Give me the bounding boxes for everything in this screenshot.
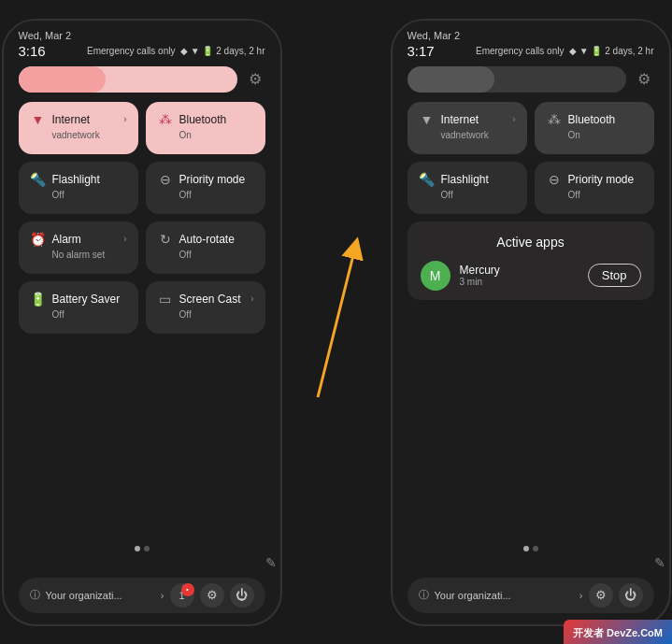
app-info: Mercury 3 min (460, 264, 579, 287)
tile-screencast-label: Screen Cast (179, 293, 241, 306)
phone-1-brightness-row[interactable]: ⚙ (19, 66, 265, 93)
phone-2-gear-icon[interactable]: ⚙ (634, 69, 654, 90)
screencast-chevron: › (250, 293, 253, 304)
tile-screencast[interactable]: ▭ Screen Cast › Off (146, 281, 265, 334)
tile-autorotate-sub: Off (157, 250, 254, 260)
internet-chevron: › (123, 114, 126, 124)
arrow-container (299, 182, 374, 463)
p2-info-icon: ⓘ (419, 588, 429, 602)
p2-tile-internet[interactable]: ▼ Internet › vadnetwork (407, 102, 527, 154)
tile-internet-label: Internet (52, 113, 91, 126)
tile-bluetooth-sub: On (157, 130, 254, 140)
app-icon: M (421, 261, 450, 291)
tile-internet-sub: vadnetwork (30, 130, 127, 140)
p2-power-btn[interactable]: ⏻ (619, 583, 643, 608)
phone-1-footer: ⓘ Your organizati... › 1 • ⚙ ⏻ (4, 570, 280, 624)
tile-bluetooth-label: Bluetooth (179, 113, 227, 126)
flashlight-icon: 🔦 (30, 171, 47, 188)
active-apps-title: Active apps (421, 235, 641, 250)
phone-1-top: Wed, Mar 2 3:16 Emergency calls only ◆ ▼… (4, 21, 280, 102)
phone-2-brightness-fill (407, 66, 495, 93)
p2-tile-internet-label: Internet (441, 113, 479, 126)
p2-footer-org[interactable]: ⓘ Your organizati... › ⚙ ⏻ (407, 578, 654, 613)
p2-tile-bluetooth[interactable]: ⁂ Bluetooth On (535, 102, 654, 154)
p2-tile-priority-sub: Off (546, 190, 643, 200)
tile-battery-sub: Off (30, 309, 127, 320)
priority-icon: ⊖ (157, 171, 174, 188)
wifi-icon: ▼ (30, 111, 47, 128)
footer-org[interactable]: ⓘ Your organizati... › 1 • ⚙ ⏻ (19, 578, 265, 613)
p2-tile-flashlight-label: Flashlight (441, 173, 489, 186)
phone-2-date: Wed, Mar 2 (407, 30, 654, 41)
notification-btn[interactable]: 1 • (170, 583, 194, 608)
tile-priority[interactable]: ⊖ Priority mode Off (146, 162, 265, 214)
tile-alarm[interactable]: ⏰ Alarm › No alarm set (19, 222, 138, 274)
settings-btn[interactable]: ⚙ (200, 583, 224, 608)
phone-2-brightness-bar[interactable] (407, 66, 626, 93)
p2-priority-icon: ⊖ (546, 171, 563, 188)
power-btn[interactable]: ⏻ (230, 583, 254, 608)
phone-2-status-right: Emergency calls only ◆ ▼ 🔋 2 days, 2 hr (476, 46, 654, 56)
alarm-chevron: › (123, 234, 126, 244)
p2-page-indicator (393, 542, 669, 555)
org-chevron: › (161, 590, 164, 601)
p2-org-text: Your organizati... (435, 590, 574, 601)
tile-alarm-sub: No alarm set (30, 250, 127, 260)
tile-flashlight-sub: Off (30, 190, 127, 200)
tile-priority-label: Priority mode (179, 173, 246, 186)
org-text: Your organizati... (46, 590, 155, 601)
phone-1-time: 3:16 (19, 43, 46, 59)
p2-settings-icon: ⚙ (595, 588, 607, 602)
p2-power-icon: ⏻ (624, 588, 636, 602)
rotate-icon: ↻ (157, 231, 174, 248)
p2-dot-1 (523, 546, 529, 551)
p2-tile-bluetooth-sub: On (546, 130, 643, 140)
tile-autorotate-label: Auto-rotate (179, 233, 235, 246)
svg-line-1 (318, 248, 355, 397)
bluetooth-icon: ⁂ (157, 111, 174, 128)
page-indicator (4, 542, 280, 555)
stop-button[interactable]: Stop (588, 264, 641, 287)
phone-1-brightness-bar[interactable] (19, 66, 237, 93)
phone-1-brightness-fill (19, 66, 107, 93)
phone-2-top: Wed, Mar 2 3:17 Emergency calls only ◆ ▼… (393, 21, 669, 102)
tile-bluetooth[interactable]: ⁂ Bluetooth On (146, 102, 265, 154)
p2-tile-flashlight-sub: Off (419, 190, 516, 200)
p2-tile-priority[interactable]: ⊖ Priority mode Off (535, 162, 654, 214)
cast-icon: ▭ (157, 291, 174, 308)
tile-priority-sub: Off (157, 190, 254, 200)
p2-settings-btn[interactable]: ⚙ (589, 583, 613, 608)
tile-battery[interactable]: 🔋 Battery Saver Off (19, 281, 138, 334)
app-row: M Mercury 3 min Stop (421, 261, 641, 291)
gear-icon[interactable]: ⚙ (245, 69, 265, 90)
info-icon: ⓘ (30, 588, 40, 602)
p2-wifi-icon: ▼ (419, 111, 436, 128)
tile-alarm-label: Alarm (52, 233, 81, 246)
phone-1-status-right: Emergency calls only ◆ ▼ 🔋 2 days, 2 hr (87, 46, 265, 56)
battery-icon: 🔋 (30, 291, 47, 308)
tile-flashlight[interactable]: 🔦 Flashlight Off (19, 162, 138, 214)
tile-screencast-sub: Off (157, 309, 254, 320)
tile-autorotate[interactable]: ↻ Auto-rotate Off (146, 222, 265, 274)
p2-edit-icon[interactable]: ✎ (393, 555, 669, 570)
p2-tile-internet-sub: vadnetwork (419, 130, 516, 140)
arrow-svg (299, 192, 374, 453)
watermark: 开发者 DevZe.CoM (564, 620, 672, 644)
tile-flashlight-label: Flashlight (52, 173, 100, 186)
app-name: Mercury (460, 264, 579, 277)
phone-2: Wed, Mar 2 3:17 Emergency calls only ◆ ▼… (391, 19, 671, 626)
phone-2-brightness-row[interactable]: ⚙ (407, 66, 654, 93)
active-apps-panel: Active apps M Mercury 3 min Stop (407, 222, 654, 300)
alarm-icon: ⏰ (30, 231, 47, 248)
power-icon: ⏻ (236, 588, 248, 602)
p2-bluetooth-icon: ⁂ (546, 111, 563, 128)
phone-2-quick-grid: ▼ Internet › vadnetwork ⁂ Bluetooth On 🔦… (393, 102, 669, 214)
tile-internet[interactable]: ▼ Internet › vadnetwork (19, 102, 138, 154)
p2-tile-priority-label: Priority mode (568, 173, 635, 186)
p2-tile-flashlight[interactable]: 🔦 Flashlight Off (407, 162, 527, 214)
edit-icon[interactable]: ✎ (4, 555, 280, 570)
badge: • (181, 583, 194, 596)
settings-icon: ⚙ (207, 588, 218, 602)
p2-tile-bluetooth-label: Bluetooth (568, 113, 616, 126)
p2-org-chevron: › (579, 590, 583, 601)
